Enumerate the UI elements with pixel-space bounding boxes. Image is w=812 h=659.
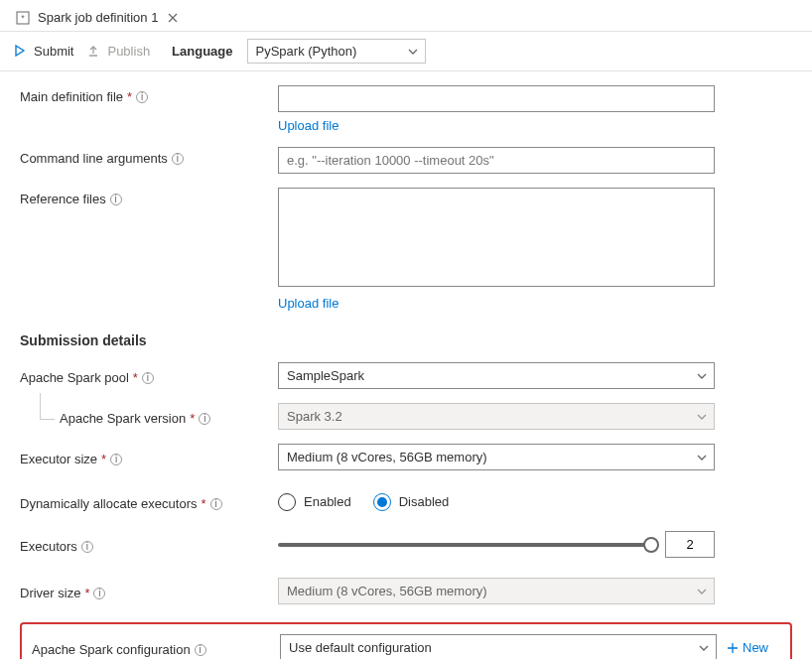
info-icon[interactable]: i: [110, 194, 122, 205]
spark-configuration-highlight: Apache Spark configuration i Use default…: [20, 622, 792, 659]
label-spark-pool: Apache Spark pool * i: [20, 366, 278, 385]
reference-files-input[interactable]: [278, 188, 715, 287]
language-select[interactable]: PySpark (Python): [247, 39, 426, 64]
row-spark-pool: Apache Spark pool * i SampleSpark: [20, 362, 792, 389]
info-icon[interactable]: i: [110, 454, 122, 465]
new-configuration-button[interactable]: New: [727, 640, 768, 655]
toolbar: Submit Publish Language PySpark (Python): [0, 32, 812, 71]
spark-pool-select[interactable]: SampleSpark: [278, 362, 715, 389]
publish-label: Publish: [107, 44, 150, 59]
publish-button[interactable]: Publish: [87, 44, 150, 59]
label-executor-size: Executor size * i: [20, 448, 278, 466]
row-executor-size: Executor size * i Medium (8 vCores, 56GB…: [20, 444, 792, 470]
row-spark-configuration: Apache Spark configuration i Use default…: [32, 634, 780, 659]
radio-disabled[interactable]: Disabled: [373, 493, 450, 511]
play-icon: [14, 45, 28, 59]
row-spark-version: Apache Spark version * i Spark 3.2: [20, 403, 792, 430]
upload-file-link-ref[interactable]: Upload file: [278, 296, 338, 311]
required-indicator: *: [127, 89, 132, 104]
content-area: Main definition file * i Upload file Com…: [0, 85, 812, 659]
info-icon[interactable]: i: [199, 413, 210, 425]
required-indicator: *: [84, 586, 89, 600]
submit-button[interactable]: Submit: [14, 44, 73, 59]
executors-value-input[interactable]: [665, 531, 715, 558]
upload-icon: [87, 45, 101, 59]
info-icon[interactable]: i: [136, 91, 148, 103]
tab-close-button[interactable]: [166, 11, 180, 25]
row-reference-files: Reference files i Upload file: [20, 188, 792, 311]
info-icon[interactable]: i: [195, 644, 206, 656]
info-icon[interactable]: i: [93, 588, 105, 599]
svg-text:*: *: [21, 13, 25, 23]
spark-configuration-select[interactable]: Use default configuration: [280, 634, 717, 659]
info-icon[interactable]: i: [210, 498, 222, 510]
executors-slider[interactable]: [278, 543, 651, 547]
label-executors: Executors i: [20, 535, 278, 554]
tab-bar: * Spark job definition 1: [0, 0, 812, 32]
tab-title: Spark job definition 1: [38, 10, 158, 25]
row-main-definition-file: Main definition file * i Upload file: [20, 85, 792, 133]
label-driver-size: Driver size * i: [20, 582, 278, 600]
label-spark-version: Apache Spark version * i: [20, 407, 278, 426]
language-value: PySpark (Python): [256, 44, 357, 59]
spark-version-select: Spark 3.2: [278, 403, 715, 430]
label-dynamic-allocate: Dynamically allocate executors * i: [20, 492, 278, 511]
required-indicator: *: [201, 496, 205, 511]
required-indicator: *: [101, 452, 106, 466]
slider-thumb[interactable]: [643, 537, 659, 553]
spark-job-icon: *: [16, 11, 30, 25]
label-spark-configuration: Apache Spark configuration i: [32, 638, 280, 657]
info-icon[interactable]: i: [172, 153, 184, 165]
info-icon[interactable]: i: [142, 372, 154, 384]
row-driver-size: Driver size * i Medium (8 vCores, 56GB m…: [20, 578, 792, 604]
executor-size-select[interactable]: Medium (8 vCores, 56GB memory): [278, 444, 715, 470]
main-definition-file-input[interactable]: [278, 85, 715, 112]
radio-enabled[interactable]: Enabled: [278, 493, 351, 511]
language-label: Language: [172, 44, 232, 59]
driver-size-select: Medium (8 vCores, 56GB memory): [278, 578, 715, 604]
row-dynamic-allocate: Dynamically allocate executors * i Enabl…: [20, 492, 792, 511]
command-line-arguments-input[interactable]: [278, 147, 715, 174]
label-reference-files: Reference files i: [20, 188, 278, 206]
submit-label: Submit: [34, 44, 73, 59]
dynamic-allocate-radio-group: Enabled Disabled: [278, 493, 715, 511]
tab-spark-job-definition[interactable]: * Spark job definition 1: [10, 6, 186, 31]
required-indicator: *: [190, 411, 195, 426]
info-icon[interactable]: i: [81, 541, 93, 553]
label-main-definition-file: Main definition file * i: [20, 85, 278, 104]
submission-details-heading: Submission details: [20, 332, 792, 348]
label-command-line-arguments: Command line arguments i: [20, 147, 278, 166]
row-executors: Executors i: [20, 531, 792, 558]
plus-icon: [727, 642, 739, 654]
row-command-line-arguments: Command line arguments i: [20, 147, 792, 174]
upload-file-link-main[interactable]: Upload file: [278, 118, 338, 133]
required-indicator: *: [133, 370, 138, 385]
